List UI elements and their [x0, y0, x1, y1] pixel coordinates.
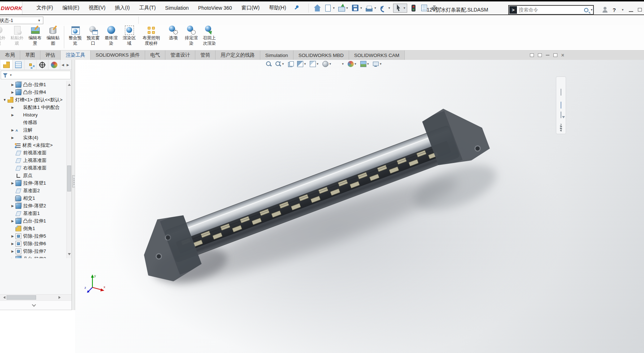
expand-arrow-icon[interactable]: ▶ [10, 250, 15, 253]
taskpane-forum-button[interactable] [561, 112, 561, 118]
tab-8[interactable]: 用户定义的线路 [216, 50, 260, 60]
chevron-down-icon[interactable]: ▼ [374, 6, 377, 10]
expand-arrow-icon[interactable]: ▶ [10, 128, 15, 132]
help-caret-icon[interactable]: ▼ [621, 8, 624, 12]
ribbon-button-edit-scene[interactable]: 编辑布 景 [26, 25, 44, 46]
tab-11[interactable]: SOLIDWORKS CAM [349, 50, 405, 60]
tree-item-23[interactable]: ▶凸台-拉伸2 [0, 255, 66, 258]
new-document-button[interactable]: ▼ [323, 4, 337, 12]
cascade-icon[interactable] [538, 53, 542, 57]
search-magnifier-icon[interactable] [584, 8, 588, 12]
tree-item-10[interactable]: 上视基准面 [0, 156, 66, 164]
tree-vertical-scrollbar[interactable] [66, 81, 71, 258]
expand-arrow-icon[interactable]: ▼ [2, 98, 7, 102]
tree-item-9[interactable]: 前视基准面 [0, 149, 66, 156]
tree-item-0[interactable]: ▶凸台-拉伸1 [0, 81, 66, 88]
ribbon-button-scene-illumination-proof[interactable]: 布景照明 度校样 [138, 25, 164, 46]
expand-arrow-icon[interactable]: ▶ [10, 242, 15, 246]
display-style-button[interactable]: ▼ [322, 61, 332, 67]
close-icon[interactable]: × [561, 53, 564, 58]
tree-item-17[interactable]: 基准面1 [0, 209, 66, 217]
previous-view-button[interactable] [288, 61, 294, 67]
scroll-down-icon[interactable] [68, 253, 71, 257]
print-button[interactable]: ▼ [364, 5, 378, 12]
taskpane-custom-properties-button[interactable] [561, 102, 561, 109]
display-state-dropdown[interactable]: 状态-1 ▼ [0, 17, 43, 24]
hide-show-items-button[interactable]: ▼ [335, 61, 344, 67]
tree-item-15[interactable]: 相交1 [0, 194, 66, 202]
chevron-down-icon[interactable]: ▼ [367, 62, 370, 66]
chevron-down-icon[interactable]: ▼ [282, 62, 284, 66]
chevron-down-icon[interactable]: ▼ [332, 6, 335, 10]
tab-5[interactable]: 电气 [145, 50, 165, 60]
horizontal-scroll-thumb[interactable] [6, 295, 36, 300]
chevron-down-icon[interactable]: ▼ [354, 62, 357, 66]
expand-arrow-icon[interactable]: ▶ [10, 136, 15, 140]
tile-icon[interactable] [530, 53, 534, 57]
zoom-fit-button[interactable] [266, 61, 272, 67]
tab-6[interactable]: 管道设计 [165, 50, 195, 60]
tree-item-2[interactable]: ▼灯槽<1> (默认<<默认> [0, 96, 66, 103]
expand-arrow-icon[interactable]: ▶ [10, 257, 15, 259]
tree-item-5[interactable]: 传感器 [0, 119, 66, 126]
expand-arrow-icon[interactable]: ▶ [10, 83, 15, 87]
taskpane-view-palette-button[interactable] [561, 89, 561, 96]
tree-filter[interactable]: ▼ [1, 71, 71, 79]
tree-horizontal-scrollbar[interactable] [0, 294, 71, 300]
edit-appearance-button[interactable]: ▼ [348, 61, 357, 67]
menu-item-3[interactable]: 插入(I) [110, 5, 134, 11]
collapse-chevron-icon[interactable] [32, 303, 36, 306]
maximize-button[interactable] [638, 8, 642, 12]
select-button[interactable]: ▼ [393, 4, 407, 13]
menu-item-1[interactable]: 编辑(E) [58, 5, 84, 11]
tab-1[interactable]: 草图 [20, 50, 40, 60]
expand-arrow-icon[interactable]: ▶ [10, 113, 15, 117]
tab-10[interactable]: SOLIDWORKS MBD [293, 50, 349, 60]
chevron-down-icon[interactable]: ▼ [341, 62, 344, 66]
pin-icon[interactable] [293, 5, 300, 11]
chevron-down-icon[interactable]: ▼ [403, 6, 406, 10]
tree-item-4[interactable]: ▶History [0, 111, 66, 119]
panel-tab-displaymanager[interactable] [48, 60, 60, 70]
tree-item-20[interactable]: ▶切除-拉伸5 [0, 232, 66, 240]
search-input[interactable] [517, 7, 584, 13]
undo-button[interactable]: ▼ [378, 4, 392, 12]
tree-item-7[interactable]: ▶实体(4) [0, 134, 66, 141]
panel-tab-dimxpert[interactable] [36, 60, 48, 70]
panel-tab-configurationmanager[interactable] [25, 60, 36, 70]
rebuild-traffic-light-button[interactable] [408, 4, 419, 12]
panel-tab-propertymanager[interactable] [13, 60, 25, 70]
panel-tabs-right-icon[interactable]: ▶ [65, 60, 70, 70]
ribbon-button-paste-appearance[interactable]: 粘贴外 观 [8, 25, 26, 46]
tree-item-21[interactable]: ▶切除-拉伸6 [0, 240, 66, 247]
tab-3[interactable]: 渲染工具 [61, 50, 91, 60]
menu-item-2[interactable]: 视图(V) [84, 5, 110, 11]
restore-icon[interactable] [553, 53, 557, 57]
tree-item-19[interactable]: 倒角1 [0, 225, 66, 232]
tree-item-12[interactable]: 原点 [0, 172, 66, 179]
chevron-down-icon[interactable]: ▼ [388, 6, 391, 10]
zoom-area-button[interactable]: ▼ [275, 61, 284, 67]
panel-tab-featuremanager[interactable] [1, 60, 13, 70]
tree-item-11[interactable]: 右视基准面 [0, 164, 66, 172]
ribbon-button-schedule-render[interactable]: 排定渲 染 [182, 25, 200, 46]
tab-7[interactable]: 管筒 [195, 50, 216, 60]
chevron-down-icon[interactable]: ▼ [360, 6, 362, 10]
help-button[interactable]: ? [613, 7, 616, 13]
minimize-button[interactable] [629, 11, 633, 12]
ribbon-button-copy-appearance[interactable]: 复制外 观 [0, 25, 8, 46]
chevron-down-icon[interactable]: ▼ [379, 62, 382, 66]
vertical-scroll-thumb[interactable] [67, 166, 71, 191]
open-button[interactable]: ▼ [337, 5, 350, 12]
tree-item-14[interactable]: 基准面2 [0, 187, 66, 194]
ribbon-button-recall-last-render[interactable]: 召回上 次渲染 [200, 25, 218, 46]
save-button[interactable]: ▼ [350, 4, 364, 12]
tree-item-6[interactable]: ▶注解 [0, 126, 66, 134]
view-orientation-button[interactable]: ▼ [310, 61, 319, 67]
expand-arrow-icon[interactable]: ▶ [10, 181, 15, 185]
tab-2[interactable]: 评估 [40, 50, 61, 60]
tab-4[interactable]: SOLIDWORKS 插件 [91, 50, 145, 60]
view-settings-button[interactable]: ▼ [373, 61, 382, 67]
tree-item-13[interactable]: ▶拉伸-薄壁1 [0, 179, 66, 187]
tree-item-3[interactable]: ▶装配体1 中的配合 [0, 103, 66, 111]
